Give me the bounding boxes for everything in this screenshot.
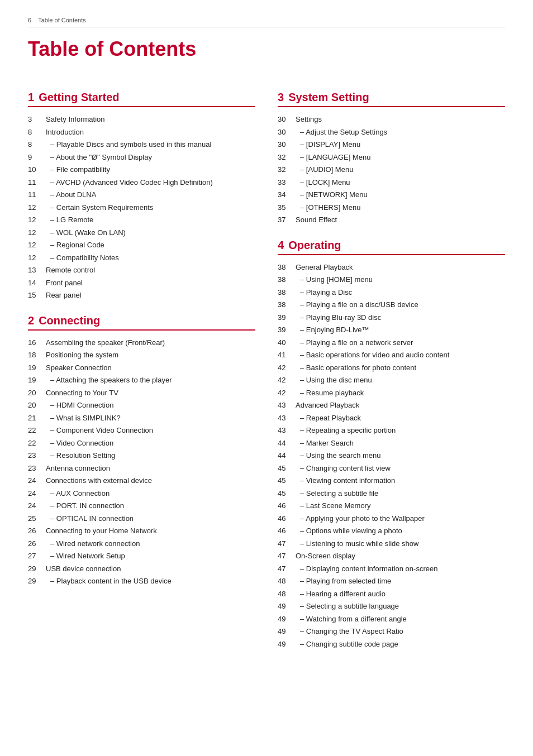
toc-page-num: 13 [28, 265, 46, 276]
toc-label: Assembling the speaker (Front/Rear) [46, 337, 165, 348]
toc-label: Connecting to your Home Network [46, 525, 157, 537]
toc-entry: 42Using the disc menu [278, 375, 505, 386]
toc-label: Selecting a subtitle file [296, 488, 378, 499]
toc-label: Component Video Connection [46, 425, 153, 436]
toc-label: Connections with external device [46, 475, 152, 486]
toc-page-num: 33 [278, 177, 296, 188]
toc-label: Playing a Disc [296, 287, 352, 298]
toc-label: Compatibility Notes [46, 252, 119, 264]
toc-page-num: 19 [28, 362, 46, 374]
toc-entry: 12Regional Code [28, 240, 255, 251]
toc-entry: 40Playing a file on a network server [278, 337, 505, 348]
toc-entry: 19Speaker Connection [28, 362, 255, 374]
toc-page-num: 12 [28, 252, 46, 264]
toc-page-num: 46 [278, 500, 296, 511]
toc-page-num: 23 [28, 463, 46, 474]
toc-entry: 43Repeating a specific portion [278, 425, 505, 436]
toc-page-num: 49 [278, 626, 296, 637]
toc-entry: 11About DLNA [28, 189, 255, 200]
section-2: 2Connecting16Assembling the speaker (Fro… [28, 314, 255, 587]
toc-entry: 45Selecting a subtitle file [278, 488, 505, 499]
toc-entry: 45Changing content list view [278, 463, 505, 474]
col-right: 3System Setting30Settings30Adjust the Se… [278, 78, 505, 654]
toc-page-num: 39 [278, 312, 296, 323]
toc-label: Displaying content information on-screen [296, 563, 437, 575]
toc-page-num: 48 [278, 576, 296, 587]
toc-page-num: 47 [278, 563, 296, 575]
toc-label: [NETWORK] Menu [296, 189, 368, 200]
toc-entry: 13Remote control [28, 265, 255, 276]
toc-entry: 12Compatibility Notes [28, 252, 255, 264]
toc-label: Playback content in the USB device [46, 576, 172, 587]
toc-label: [DISPLAY] Menu [296, 139, 360, 150]
toc-entry: 32[LANGUAGE] Menu [278, 152, 505, 163]
toc-entry: 46Applying your photo to the Wallpaper [278, 513, 505, 524]
section-num-1: 1 [28, 91, 34, 103]
toc-entry: 29USB device connection [28, 563, 255, 575]
toc-label: Wired Network Setup [46, 551, 125, 562]
toc-entry: 16Assembling the speaker (Front/Rear) [28, 337, 255, 348]
header-title: Table of Contents [38, 17, 86, 23]
toc-page-num: 23 [28, 450, 46, 461]
toc-entry: 22Video Connection [28, 438, 255, 449]
section-title-text-4: Operating [288, 239, 341, 251]
toc-page-num: 46 [278, 525, 296, 537]
section-title-text-1: Getting Started [39, 91, 119, 103]
toc-label: HDMI Connection [46, 400, 113, 411]
toc-label: Rear panel [46, 290, 82, 301]
toc-entry: 12WOL (Wake On LAN) [28, 227, 255, 238]
toc-page-num: 30 [278, 139, 296, 150]
toc-label: About the "Ø" Symbol Display [46, 152, 152, 163]
toc-page-num: 8 [28, 127, 46, 138]
toc-page-num: 46 [278, 513, 296, 524]
toc-entry: 47Listening to music while slide show [278, 538, 505, 549]
toc-page-num: 38 [278, 262, 296, 273]
toc-page-num: 24 [28, 488, 46, 499]
toc-entry: 49Changing subtitle code page [278, 639, 505, 650]
toc-entry: 21What is SIMPLINK? [28, 413, 255, 424]
toc-entry: 47On-Screen display [278, 551, 505, 562]
toc-label: About DLNA [46, 189, 96, 200]
toc-page-num: 35 [278, 202, 296, 213]
toc-entry: 25OPTICAL IN connection [28, 513, 255, 524]
toc-entry: 11AVCHD (Advanced Video Codec High Defin… [28, 177, 255, 188]
toc-page-num: 48 [278, 588, 296, 600]
toc-entry: 44Marker Search [278, 438, 505, 449]
toc-label: Resume playback [296, 387, 364, 399]
toc-page-num: 9 [28, 152, 46, 163]
toc-label: Listening to music while slide show [296, 538, 418, 549]
toc-entry: 30Adjust the Setup Settings [278, 127, 505, 138]
toc-label: Adjust the Setup Settings [296, 127, 387, 138]
toc-label: Remote control [46, 265, 95, 276]
toc-label: Using the disc menu [296, 375, 372, 386]
toc-label: Wired network connection [46, 538, 140, 549]
toc-entry: 41Basic operations for video and audio c… [278, 350, 505, 361]
toc-label: Advanced Playback [296, 400, 359, 411]
toc-page-num: 22 [28, 438, 46, 449]
toc-page-num: 21 [28, 413, 46, 424]
toc-entry: 43Repeat Playback [278, 413, 505, 424]
toc-label: Repeat Playback [296, 413, 361, 424]
toc-entry: 23Antenna connection [28, 463, 255, 474]
toc-label: On-Screen display [296, 551, 355, 562]
toc-entry: 42Resume playback [278, 387, 505, 399]
toc-page-num: 45 [278, 463, 296, 474]
section-num-4: 4 [278, 239, 284, 251]
toc-entry: 23Resolution Setting [28, 450, 255, 461]
toc-label: Connecting to Your TV [46, 387, 118, 399]
toc-label: Last Scene Memory [296, 500, 370, 511]
toc-page-num: 22 [28, 425, 46, 436]
toc-label: General Playback [296, 262, 353, 273]
toc-page-num: 16 [28, 337, 46, 348]
toc-page-num: 19 [28, 375, 46, 386]
toc-entry: 26Connecting to your Home Network [28, 525, 255, 537]
toc-entry: 19Attaching the speakers to the player [28, 375, 255, 386]
toc-page-num: 42 [278, 387, 296, 399]
toc-page-num: 49 [278, 614, 296, 625]
toc-page-num: 24 [28, 500, 46, 511]
toc-label: [OTHERS] Menu [296, 202, 360, 213]
toc-entry: 32[AUDIO] Menu [278, 164, 505, 175]
toc-page-num: 38 [278, 299, 296, 310]
toc-label: AUX Connection [46, 488, 110, 499]
toc-page-num: 12 [28, 202, 46, 213]
